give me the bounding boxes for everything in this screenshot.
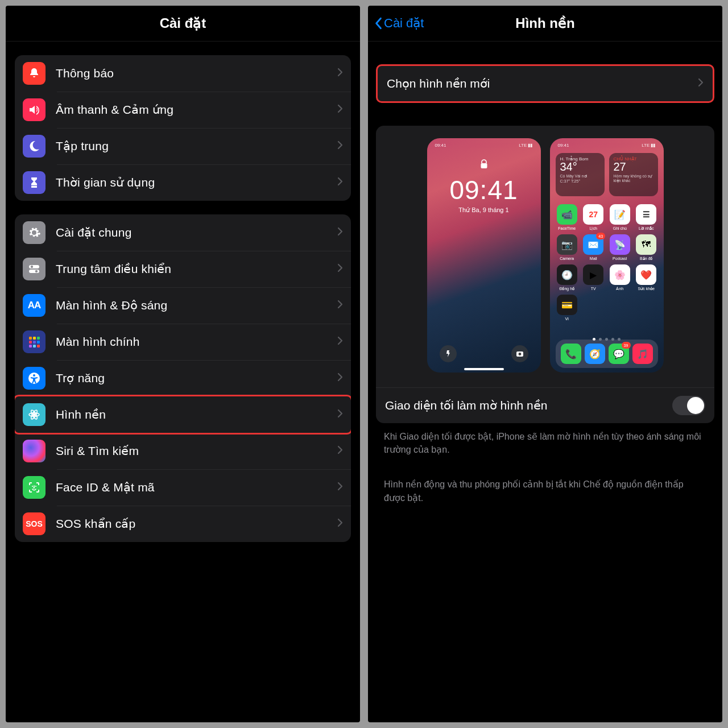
row-label: Thời gian sử dụng bbox=[56, 176, 337, 189]
choose-wallpaper-row[interactable]: Chọn hình nền mới bbox=[378, 66, 713, 101]
dock-app: 📞 bbox=[561, 344, 581, 364]
dark-dim-toggle[interactable] bbox=[672, 396, 705, 415]
settings-row-grid[interactable]: Màn hình chính bbox=[15, 324, 351, 360]
settings-row-sos[interactable]: SOSSOS khẩn cấp bbox=[15, 506, 351, 542]
svg-rect-2 bbox=[29, 270, 39, 273]
svg-point-3 bbox=[35, 270, 38, 272]
lock-icon bbox=[479, 159, 489, 172]
weather-widget: H. Trảng Bom 34° Có Mây Vài nơi C:37° T:… bbox=[556, 153, 605, 196]
settings-screen: Cài đặt Thông báoÂm thanh & Cảm ứngTập t… bbox=[6, 6, 360, 722]
chevron-right-icon bbox=[698, 78, 704, 90]
navbar: Cài đặt bbox=[6, 6, 360, 42]
app-Podcast: 📡Podcast bbox=[609, 234, 632, 261]
svg-point-23 bbox=[518, 353, 521, 355]
hourglass-icon bbox=[23, 171, 46, 194]
app-FaceTime: 📹FaceTime bbox=[556, 204, 579, 231]
back-button[interactable]: Cài đặt bbox=[374, 6, 424, 41]
svg-rect-6 bbox=[37, 337, 40, 340]
settings-row-flower[interactable]: Hình nền bbox=[15, 396, 351, 433]
row-label: Siri & Tìm kiếm bbox=[56, 444, 337, 458]
svg-rect-5 bbox=[33, 337, 36, 340]
chevron-right-icon bbox=[337, 68, 343, 80]
svg-rect-4 bbox=[29, 337, 32, 340]
app-Sức khỏe: ❤️Sức khỏe bbox=[635, 264, 658, 291]
app-Đồng hồ: 🕘Đồng hồ bbox=[556, 264, 579, 291]
speaker-icon bbox=[23, 98, 46, 121]
chevron-right-icon bbox=[337, 482, 343, 494]
chevron-right-icon bbox=[337, 409, 343, 421]
chevron-right-icon bbox=[337, 177, 343, 189]
svg-rect-8 bbox=[33, 341, 36, 344]
chevron-right-icon bbox=[337, 227, 343, 239]
row-label: Tập trung bbox=[56, 139, 337, 153]
wallpaper-screen: Cài đặt Hình nền Chọn hình nền mới 09:41… bbox=[368, 6, 722, 722]
svg-point-19 bbox=[32, 486, 33, 487]
row-label: Face ID & Mật mã bbox=[56, 481, 337, 494]
svg-point-1 bbox=[31, 266, 33, 268]
app-Bản đồ: 🗺Bản đồ bbox=[635, 234, 658, 261]
settings-row-siri[interactable]: Siri & Tìm kiếm bbox=[15, 433, 351, 469]
row-label: SOS khẩn cấp bbox=[56, 517, 337, 531]
chevron-right-icon bbox=[337, 445, 343, 457]
settings-group-2: Cài đặt chungTrung tâm điều khiểnAAMàn h… bbox=[15, 214, 351, 542]
settings-row-switches[interactable]: Trung tâm điều khiển bbox=[15, 251, 351, 287]
page-title: Hình nền bbox=[515, 15, 574, 31]
bell-icon bbox=[23, 62, 46, 85]
settings-row-face[interactable]: Face ID & Mật mã bbox=[15, 469, 351, 506]
moon-icon bbox=[23, 135, 46, 158]
dock-app: 🎵 bbox=[632, 344, 653, 364]
chevron-right-icon bbox=[337, 263, 343, 275]
svg-point-14 bbox=[33, 374, 35, 377]
gear-icon bbox=[23, 221, 46, 244]
svg-rect-9 bbox=[37, 341, 40, 344]
dark-dim-label: Giao diện tối làm mờ hình nền bbox=[385, 399, 672, 412]
settings-row-moon[interactable]: Tập trung bbox=[15, 128, 351, 164]
svg-rect-7 bbox=[29, 341, 32, 344]
grid-icon bbox=[23, 330, 46, 353]
row-label: Thông báo bbox=[56, 67, 337, 80]
chevron-left-icon bbox=[374, 17, 383, 30]
lock-time: 09:41 bbox=[427, 175, 541, 205]
home-screen-preview[interactable]: 09:41LTE ▮▮ H. Trảng Bom 34° Có Mây Vài … bbox=[550, 138, 664, 373]
page-title: Cài đặt bbox=[160, 15, 206, 31]
dock-app: 🧭 bbox=[585, 344, 605, 364]
dock-app: 💬39 bbox=[609, 344, 629, 364]
app-Lịch: 27Lịch bbox=[582, 204, 605, 231]
flashlight-icon bbox=[440, 345, 457, 362]
settings-row-hourglass[interactable]: Thời gian sử dụng bbox=[15, 164, 351, 201]
svg-rect-11 bbox=[33, 345, 36, 348]
settings-row-speaker[interactable]: Âm thanh & Cảm ứng bbox=[15, 92, 351, 128]
face-icon bbox=[23, 476, 46, 499]
aa-icon: AA bbox=[23, 294, 46, 317]
back-label: Cài đặt bbox=[384, 16, 424, 31]
row-label: Màn hình chính bbox=[56, 335, 337, 349]
chevron-right-icon bbox=[337, 300, 343, 312]
app-TV: ▶TV bbox=[582, 264, 605, 291]
row-label: Âm thanh & Cảm ứng bbox=[56, 103, 337, 117]
row-label: Trợ năng bbox=[56, 371, 337, 385]
switches-icon bbox=[23, 258, 46, 280]
app-Mail: ✉️43Mail bbox=[582, 234, 605, 261]
chevron-right-icon bbox=[337, 104, 343, 116]
settings-group-1: Thông báoÂm thanh & Cảm ứngTập trungThời… bbox=[15, 55, 351, 201]
row-label: Màn hình & Độ sáng bbox=[56, 299, 337, 312]
settings-row-bell[interactable]: Thông báo bbox=[15, 55, 351, 92]
home-indicator bbox=[464, 368, 504, 370]
app-Ví: 💳Ví bbox=[556, 295, 579, 321]
lock-screen-preview[interactable]: 09:41LTE ▮▮ 09:41 Thứ Ba, 9 tháng 1 bbox=[427, 138, 541, 373]
settings-row-gear[interactable]: Cài đặt chung bbox=[15, 214, 351, 251]
svg-point-20 bbox=[35, 486, 36, 487]
settings-row-access[interactable]: Trợ năng bbox=[15, 360, 351, 396]
footer-text-1: Khi Giao diện tối được bật, iPhone sẽ là… bbox=[368, 423, 722, 456]
settings-row-aa[interactable]: AAMàn hình & Độ sáng bbox=[15, 287, 351, 324]
chevron-right-icon bbox=[337, 336, 343, 348]
lock-date: Thứ Ba, 9 tháng 1 bbox=[427, 206, 541, 214]
app-Ghi chú: 📝Ghi chú bbox=[609, 204, 632, 231]
svg-point-15 bbox=[33, 413, 36, 416]
row-label: Hình nền bbox=[56, 408, 337, 421]
chevron-right-icon bbox=[337, 518, 343, 530]
dark-dim-row[interactable]: Giao diện tối làm mờ hình nền bbox=[376, 387, 714, 423]
svg-rect-21 bbox=[481, 163, 487, 168]
svg-rect-12 bbox=[37, 345, 40, 348]
siri-icon bbox=[23, 440, 46, 462]
